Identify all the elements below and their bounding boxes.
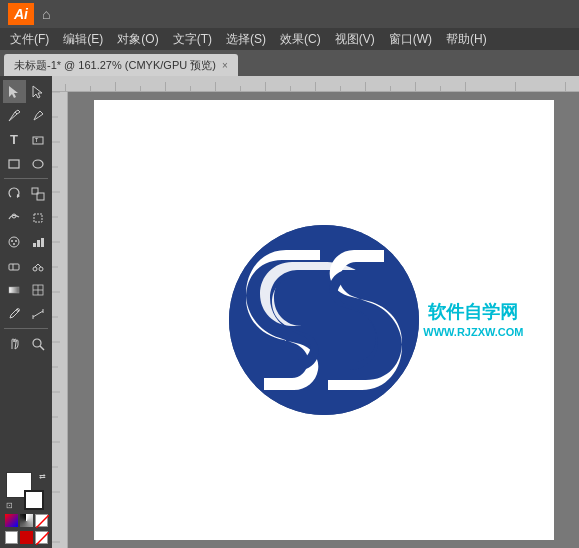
svg-point-77 — [229, 225, 419, 415]
tool-group-gradient — [3, 278, 50, 301]
tool-divider-1 — [4, 178, 48, 179]
tool-divider-2 — [4, 328, 48, 329]
ruler-vertical — [52, 92, 68, 548]
scissors-tool[interactable] — [27, 254, 50, 277]
watermark: 软件自学网 WWW.RJZXW.COM — [423, 300, 523, 341]
color-icon[interactable] — [5, 514, 18, 527]
gradient-tool[interactable] — [3, 278, 26, 301]
tool-group-type: T T — [3, 128, 50, 151]
hand-tool[interactable] — [3, 332, 26, 355]
svg-rect-10 — [34, 214, 42, 222]
svg-point-14 — [13, 243, 15, 245]
watermark-url: WWW.RJZXW.COM — [423, 325, 523, 340]
selection-tool[interactable] — [3, 80, 26, 103]
svg-line-33 — [40, 346, 44, 350]
area-type-tool[interactable]: T — [27, 128, 50, 151]
tool-group-nav — [3, 332, 50, 355]
menu-type[interactable]: 文字(T) — [167, 29, 218, 50]
svg-rect-17 — [41, 238, 44, 247]
tool-group-select — [3, 80, 50, 103]
svg-rect-15 — [33, 243, 36, 247]
zoom-tool[interactable] — [27, 332, 50, 355]
stroke-color-box[interactable] — [24, 490, 44, 510]
svg-rect-18 — [9, 264, 19, 270]
white-swatch[interactable] — [5, 531, 18, 544]
svg-point-20 — [33, 267, 37, 271]
tool-group-eyedrop — [3, 302, 50, 325]
svg-line-35 — [36, 532, 49, 545]
warp-tool[interactable] — [3, 206, 26, 229]
svg-line-29 — [33, 311, 43, 317]
svg-point-12 — [11, 240, 13, 242]
svg-marker-1 — [33, 86, 42, 98]
mesh-tool[interactable] — [27, 278, 50, 301]
main-layout: T T — [0, 76, 579, 548]
svg-point-13 — [15, 240, 17, 242]
ruler-horizontal — [52, 76, 579, 92]
svg-point-21 — [39, 267, 43, 271]
svg-rect-24 — [9, 287, 19, 293]
free-transform-tool[interactable] — [27, 206, 50, 229]
title-bar: Ai ⌂ — [0, 0, 579, 28]
direct-selection-tool[interactable] — [27, 80, 50, 103]
tab-label: 未标题-1* @ 161.27% (CMYK/GPU 预览) — [14, 58, 216, 73]
gradient-icon[interactable] — [20, 514, 33, 527]
column-graph-tool[interactable] — [27, 230, 50, 253]
menu-object[interactable]: 对象(O) — [111, 29, 164, 50]
document-tab[interactable]: 未标题-1* @ 161.27% (CMYK/GPU 预览) × — [4, 54, 238, 76]
tool-group-pen — [3, 104, 50, 127]
pen-tool[interactable] — [3, 104, 26, 127]
svg-point-5 — [33, 160, 43, 168]
measure-tool[interactable] — [27, 302, 50, 325]
tool-group-symbol — [3, 230, 50, 253]
svg-line-34 — [36, 515, 49, 528]
symbol-tool[interactable] — [3, 230, 26, 253]
ellipse-tool[interactable] — [27, 152, 50, 175]
toolbar: T T — [0, 76, 52, 548]
canvas-area[interactable]: 软件自学网 WWW.RJZXW.COM — [52, 76, 579, 548]
rectangle-tool[interactable] — [3, 152, 26, 175]
menu-file[interactable]: 文件(F) — [4, 29, 55, 50]
scale-tool[interactable] — [27, 182, 50, 205]
svg-point-32 — [33, 339, 41, 347]
tool-group-transform — [3, 182, 50, 205]
red-swatch[interactable] — [20, 531, 33, 544]
svg-line-22 — [35, 264, 38, 267]
type-tool[interactable]: T — [3, 128, 26, 151]
china-mobile-logo — [224, 220, 424, 420]
home-icon[interactable]: ⌂ — [42, 6, 50, 22]
menu-bar: 文件(F) 编辑(E) 对象(O) 文字(T) 选择(S) 效果(C) 视图(V… — [0, 28, 579, 50]
svg-point-11 — [9, 237, 19, 247]
menu-select[interactable]: 选择(S) — [220, 29, 272, 50]
tab-close-button[interactable]: × — [222, 60, 228, 71]
menu-view[interactable]: 视图(V) — [329, 29, 381, 50]
menu-effect[interactable]: 效果(C) — [274, 29, 327, 50]
rotate-tool[interactable] — [3, 182, 26, 205]
pencil-tool[interactable] — [27, 104, 50, 127]
svg-line-23 — [38, 264, 41, 267]
tool-group-shape — [3, 152, 50, 175]
watermark-cn-text: 软件自学网 — [423, 300, 523, 325]
menu-help[interactable]: 帮助(H) — [440, 29, 493, 50]
eraser-tool[interactable] — [3, 254, 26, 277]
canvas-paper: 软件自学网 WWW.RJZXW.COM — [94, 100, 554, 540]
svg-text:T: T — [35, 137, 38, 143]
tool-group-warp — [3, 206, 50, 229]
app-logo: Ai — [8, 3, 34, 25]
svg-rect-16 — [37, 240, 40, 247]
tab-bar: 未标题-1* @ 161.27% (CMYK/GPU 预览) × — [0, 50, 579, 76]
menu-edit[interactable]: 编辑(E) — [57, 29, 109, 50]
none-icon[interactable] — [35, 514, 48, 527]
tool-group-erase — [3, 254, 50, 277]
none-swatch[interactable] — [35, 531, 48, 544]
svg-marker-0 — [9, 86, 18, 98]
reset-colors-button[interactable]: ⊡ — [6, 501, 13, 510]
color-area: ⇄ ⊡ — [1, 468, 52, 548]
eyedropper-tool[interactable] — [3, 302, 26, 325]
svg-rect-4 — [9, 160, 19, 168]
menu-window[interactable]: 窗口(W) — [383, 29, 438, 50]
svg-rect-56 — [52, 92, 67, 548]
swap-colors-button[interactable]: ⇄ — [39, 472, 46, 481]
